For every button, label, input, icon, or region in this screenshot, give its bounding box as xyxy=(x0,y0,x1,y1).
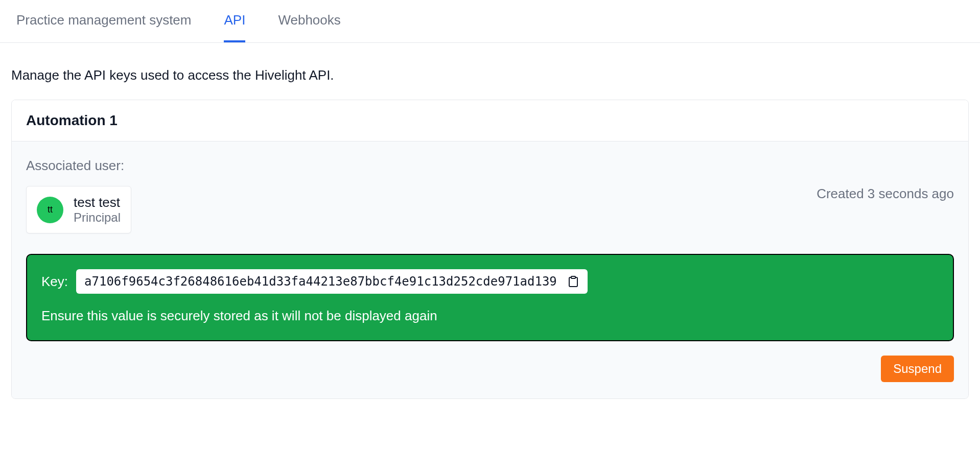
tab-api[interactable]: API xyxy=(224,0,245,42)
associated-user-label: Associated user: xyxy=(26,158,954,174)
card-footer: Suspend xyxy=(26,341,954,382)
svg-rect-0 xyxy=(571,276,575,278)
key-box: Key: a7106f9654c3f26848616eb41d33fa44213… xyxy=(26,254,954,341)
key-warning: Ensure this value is securely stored as … xyxy=(41,308,939,324)
tabs-bar: Practice management system API Webhooks xyxy=(0,0,980,43)
key-field: a7106f9654c3f26848616eb41d33fa44213e87bb… xyxy=(76,269,588,294)
created-timestamp: Created 3 seconds ago xyxy=(816,186,954,202)
avatar: tt xyxy=(37,197,63,223)
key-value[interactable]: a7106f9654c3f26848616eb41d33fa44213e87bb… xyxy=(84,274,557,289)
page-description: Manage the API keys used to access the H… xyxy=(0,43,980,100)
tab-practice-management[interactable]: Practice management system xyxy=(16,0,191,42)
key-label: Key: xyxy=(41,274,68,290)
user-card[interactable]: tt test test Principal xyxy=(26,186,131,233)
user-role: Principal xyxy=(74,210,121,225)
user-name: test test xyxy=(74,195,121,210)
suspend-button[interactable]: Suspend xyxy=(881,356,954,382)
tab-webhooks[interactable]: Webhooks xyxy=(278,0,340,42)
user-row: tt test test Principal Created 3 seconds… xyxy=(26,186,954,233)
card-title: Automation 1 xyxy=(26,112,954,129)
card-body: Associated user: tt test test Principal … xyxy=(12,141,968,398)
card-header: Automation 1 xyxy=(12,100,968,141)
user-info: test test Principal xyxy=(74,195,121,225)
clipboard-icon[interactable] xyxy=(567,275,579,288)
api-key-card: Automation 1 Associated user: tt test te… xyxy=(11,100,969,399)
key-row: Key: a7106f9654c3f26848616eb41d33fa44213… xyxy=(41,269,939,294)
